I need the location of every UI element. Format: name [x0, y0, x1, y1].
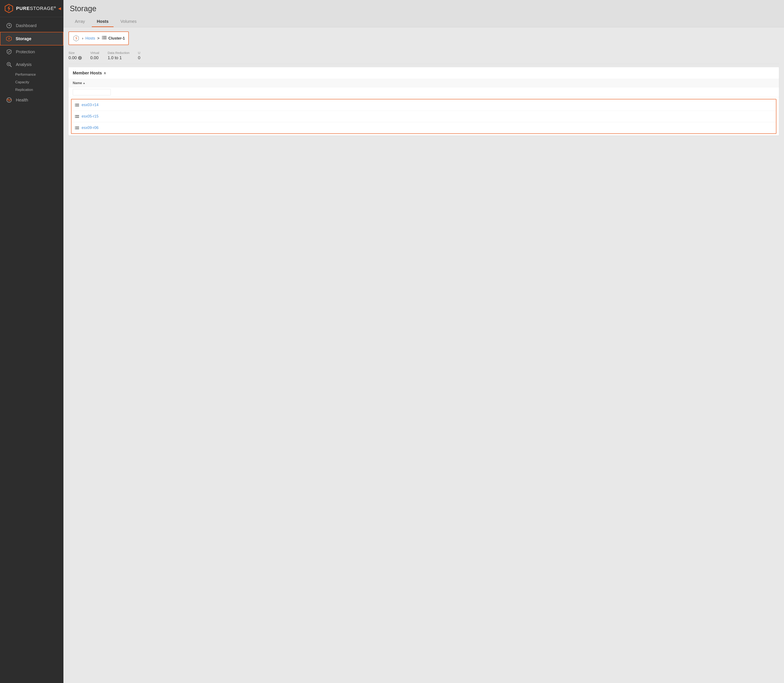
cluster-name: Cluster-1 [109, 36, 125, 40]
main-content: Storage Array Hosts Volumes › Hosts > [63, 0, 784, 683]
health-icon [6, 96, 13, 103]
storage-label: Storage [16, 36, 31, 41]
dashboard-label: Dashboard [16, 23, 37, 28]
sidebar-item-protection[interactable]: Protection [0, 45, 63, 58]
stat-u-value: 0 [138, 55, 140, 60]
sidebar-item-health[interactable]: Health [0, 94, 63, 106]
tab-bar: Array Hosts Volumes [70, 16, 778, 27]
col-header-name[interactable]: Name ▲ [73, 81, 85, 85]
tab-volumes[interactable]: Volumes [115, 16, 142, 27]
collapse-icon[interactable]: ∧ [104, 71, 106, 75]
logo-text: PURESTORAGE® [16, 6, 56, 11]
page-header: Storage Array Hosts Volumes [63, 0, 784, 27]
stat-size-value: 0.00 i [69, 55, 82, 60]
analysis-icon [6, 61, 13, 68]
card-header: Member Hosts ∧ [69, 67, 779, 79]
member-hosts-card: Member Hosts ∧ Name ▲ [69, 67, 779, 136]
sidebar-item-capacity[interactable]: Capacity [15, 79, 63, 86]
size-info-icon[interactable]: i [78, 56, 82, 60]
stat-data-reduction: Data Reduction 1.0 to 1 [107, 51, 130, 60]
svg-rect-19 [102, 37, 103, 38]
analysis-sub-items: Performance Capacity Replication [0, 71, 63, 94]
stat-virtual-label: Virtual [90, 51, 99, 55]
storage-icon [5, 35, 12, 42]
logo-area[interactable]: PURESTORAGE® ◀ [0, 0, 63, 17]
stat-size: Size 0.00 i [69, 51, 82, 60]
host-name-esx05[interactable]: esx05-r15 [82, 114, 99, 119]
svg-rect-24 [75, 106, 76, 106]
svg-rect-31 [75, 127, 76, 127]
svg-rect-23 [75, 104, 76, 105]
stat-dr-value: 1.0 to 1 [107, 55, 130, 60]
stat-virtual: Virtual 0.00 [90, 51, 99, 60]
content-area: › Hosts > Cluster-1 [63, 27, 784, 683]
breadcrumb-hosts-link[interactable]: Hosts [85, 36, 95, 40]
stat-dr-label: Data Reduction [107, 51, 130, 55]
sidebar-item-dashboard[interactable]: Dashboard [0, 19, 63, 32]
sidebar-item-performance[interactable]: Performance [15, 71, 63, 79]
svg-marker-7 [8, 37, 10, 40]
stat-u: U 0 [138, 51, 140, 60]
logo-icon [4, 4, 14, 13]
sidebar-toggle[interactable]: ◀ [58, 6, 61, 11]
cluster-icon [102, 36, 107, 41]
breadcrumb: › Hosts > Cluster-1 [69, 32, 129, 45]
host-row-esx05[interactable]: esx05-r15 [72, 111, 776, 122]
stat-size-label: Size [69, 51, 82, 55]
breadcrumb-cluster: Cluster-1 [102, 36, 125, 41]
stat-u-label: U [138, 51, 140, 55]
svg-marker-1 [8, 5, 10, 12]
svg-rect-20 [102, 38, 103, 39]
host-name-esx09[interactable]: esx09-r06 [82, 125, 99, 130]
page-title: Storage [70, 4, 778, 13]
svg-rect-28 [75, 117, 76, 118]
host-list: esx03-r14 esx05-r15 [71, 99, 776, 134]
filter-row [69, 87, 779, 97]
host-server-icon-esx05 [75, 115, 79, 118]
table-header: Name ▲ [69, 79, 779, 87]
breadcrumb-lightning-icon [72, 34, 80, 42]
breadcrumb-chevron: › [82, 36, 83, 40]
sidebar-item-analysis[interactable]: Analysis [0, 58, 63, 71]
protection-label: Protection [16, 50, 35, 55]
analysis-label: Analysis [16, 62, 32, 67]
stat-virtual-value: 0.00 [90, 55, 99, 60]
dashboard-icon [6, 22, 13, 29]
svg-rect-18 [102, 36, 103, 37]
sidebar: PURESTORAGE® ◀ Dashboard [0, 0, 63, 683]
health-label: Health [16, 98, 28, 103]
sidebar-nav: Dashboard Storage Protection [0, 17, 63, 683]
name-filter-input[interactable] [73, 89, 111, 95]
host-server-icon-esx09 [75, 127, 79, 129]
svg-line-9 [10, 65, 11, 67]
protection-icon [6, 48, 13, 55]
tab-hosts[interactable]: Hosts [92, 16, 114, 27]
host-row-esx03[interactable]: esx03-r14 [72, 99, 776, 111]
svg-rect-27 [75, 115, 76, 116]
svg-marker-14 [75, 36, 77, 40]
sidebar-item-storage[interactable]: Storage [0, 32, 63, 45]
svg-point-5 [9, 25, 10, 26]
host-server-icon-esx03 [75, 104, 79, 107]
card-title: Member Hosts ∧ [73, 71, 106, 75]
sidebar-item-replication[interactable]: Replication [15, 86, 63, 94]
stats-row: Size 0.00 i Virtual 0.00 Data Reduction … [69, 48, 779, 64]
host-row-esx09[interactable]: esx09-r06 [72, 122, 776, 133]
sort-arrow: ▲ [83, 82, 85, 85]
svg-rect-32 [75, 128, 76, 129]
host-name-esx03[interactable]: esx03-r14 [82, 103, 99, 107]
tab-array[interactable]: Array [70, 16, 90, 27]
breadcrumb-separator: > [97, 36, 99, 40]
